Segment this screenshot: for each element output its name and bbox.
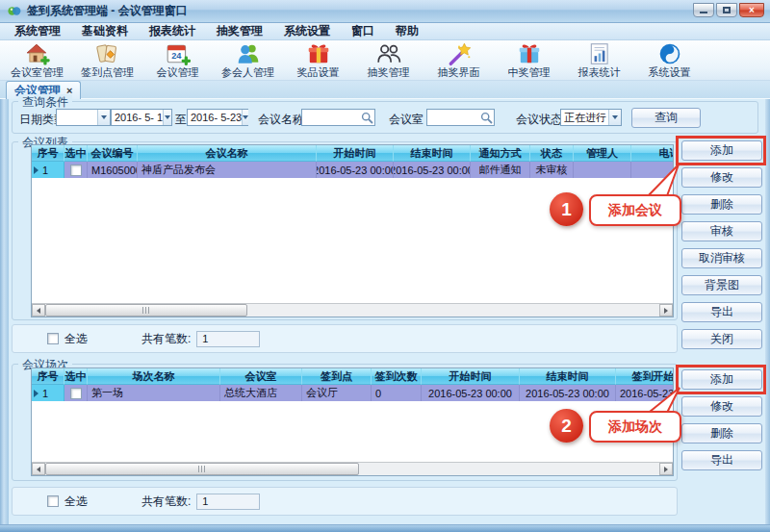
- chevron-down-icon[interactable]: [242, 110, 248, 125]
- search-button[interactable]: 查询: [631, 108, 701, 128]
- column-header-seq[interactable]: 序号: [32, 368, 64, 385]
- column-header-room[interactable]: 会议室: [220, 368, 302, 385]
- column-header-selected[interactable]: 选中: [64, 145, 88, 162]
- sessions-summary: 全选 共有笔数: 1: [12, 487, 678, 516]
- toolbar-meeting-room-management[interactable]: 会议室管理: [2, 40, 72, 81]
- toolbar-attendee-management[interactable]: 参会人管理: [213, 40, 283, 81]
- date-from-select[interactable]: 2016- 5- 1: [111, 109, 172, 126]
- row-indicator-icon: [34, 390, 38, 397]
- toolbar-lottery-interface[interactable]: 抽奖界面: [424, 40, 494, 81]
- table-row[interactable]: 1 第一场 总统大酒店 会议厅 0 2016-05-23 00:00 2016-…: [32, 385, 673, 401]
- maximize-button[interactable]: [716, 3, 737, 17]
- menu-system-management[interactable]: 系统管理: [4, 23, 71, 39]
- horizontal-scrollbar[interactable]: [32, 303, 673, 317]
- column-header-checkin-count[interactable]: 签到次数: [372, 368, 422, 385]
- menu-system-settings[interactable]: 系统设置: [273, 23, 341, 39]
- highlight-box-add-session: [676, 365, 766, 394]
- menu-report-statistics[interactable]: 报表统计: [139, 23, 206, 39]
- menu-window[interactable]: 窗口: [341, 23, 385, 39]
- chevron-down-icon[interactable]: [97, 110, 110, 125]
- column-header-end[interactable]: 结束时间: [394, 145, 471, 162]
- table-row[interactable]: 1 M16050001 神盾产品发布会 2016-05-23 00:00 201…: [32, 162, 673, 178]
- column-header-phone[interactable]: 电话: [631, 145, 674, 162]
- magic-wand-icon: [447, 41, 472, 66]
- meeting-review-button[interactable]: 审核: [681, 221, 762, 241]
- session-modify-button[interactable]: 修改: [681, 396, 762, 417]
- toolbar-report-statistics[interactable]: 报表统计: [564, 40, 634, 81]
- toolbar-meeting-management[interactable]: 24 会议管理: [142, 40, 213, 81]
- select-all-checkbox[interactable]: [47, 333, 59, 344]
- minimize-icon: [700, 12, 707, 13]
- column-header-name[interactable]: 会议名称: [138, 145, 317, 162]
- row-checkbox[interactable]: [70, 388, 82, 399]
- row-number-cell: M16050001: [88, 162, 138, 178]
- chevron-down-icon[interactable]: [608, 110, 621, 125]
- column-header-start[interactable]: 开始时间: [422, 368, 520, 385]
- column-header-seq[interactable]: 序号: [32, 145, 64, 162]
- select-all-label: 全选: [64, 331, 88, 347]
- meeting-cancel-review-button[interactable]: 取消审核: [681, 248, 762, 268]
- column-header-number[interactable]: 会议编号: [88, 145, 138, 162]
- meeting-name-input[interactable]: [301, 109, 375, 126]
- meeting-list-summary: 全选 共有笔数: 1: [12, 324, 678, 353]
- horizontal-scrollbar[interactable]: [32, 462, 673, 475]
- window-title: 签到系统管理端 - 会议管理窗口: [27, 3, 188, 19]
- meeting-status-select[interactable]: 正在进行: [560, 109, 622, 126]
- toolbar-system-settings[interactable]: 系统设置: [634, 40, 705, 81]
- column-header-notify[interactable]: 通知方式: [471, 145, 530, 162]
- meeting-close-button[interactable]: 关闭: [681, 329, 762, 349]
- meeting-status-label: 会议状态: [516, 112, 562, 128]
- column-header-start[interactable]: 开始时间: [317, 145, 394, 162]
- close-button[interactable]: ×: [739, 3, 764, 17]
- meeting-room-icon: [25, 41, 50, 66]
- meeting-background-button[interactable]: 背景图: [681, 275, 762, 295]
- scrollbar-thumb[interactable]: [45, 463, 359, 475]
- column-header-checkin-point[interactable]: 签到点: [302, 368, 372, 385]
- meeting-export-button[interactable]: 导出: [681, 302, 762, 322]
- column-header-session-name[interactable]: 场次名称: [88, 368, 220, 385]
- scroll-left-arrow[interactable]: [32, 304, 45, 317]
- menu-help[interactable]: 帮助: [385, 23, 429, 39]
- scrollbar-gripper-icon: [198, 466, 207, 472]
- meeting-modify-button[interactable]: 修改: [681, 167, 762, 188]
- row-notify-cell: 邮件通知: [471, 162, 530, 178]
- window-frame-bottom: [0, 524, 770, 532]
- toolbar-winner-management[interactable]: 中奖管理: [494, 40, 564, 81]
- title-bar[interactable]: 签到系统管理端 - 会议管理窗口 ×: [0, 0, 770, 23]
- row-end-cell: 2016-05-23 00:00: [520, 385, 616, 401]
- step-1-callout: 添加会议: [589, 194, 681, 226]
- scrollbar-thumb[interactable]: [45, 304, 247, 317]
- toolbar-checkin-point-management[interactable]: 签到点管理: [72, 40, 142, 81]
- to-label: 至: [175, 112, 187, 128]
- prize-gift-icon: [306, 41, 331, 66]
- step-2-badge: 2: [550, 409, 583, 443]
- toolbar-prize-settings[interactable]: 奖品设置: [283, 40, 353, 81]
- column-header-end[interactable]: 结束时间: [520, 368, 616, 385]
- menu-basic-data[interactable]: 基础资料: [71, 23, 139, 39]
- column-header-checkin-start[interactable]: 签到开始时间: [616, 368, 674, 385]
- column-header-status[interactable]: 状态: [530, 145, 574, 162]
- meeting-calendar-icon: 24: [166, 41, 191, 66]
- scroll-right-arrow[interactable]: [659, 304, 673, 317]
- row-checkbox[interactable]: [70, 165, 82, 176]
- meeting-room-input[interactable]: [426, 109, 495, 126]
- scroll-right-arrow[interactable]: [659, 463, 673, 475]
- date-to-select[interactable]: 2016- 5-23: [187, 109, 248, 126]
- total-count-value: 1: [196, 494, 260, 510]
- meeting-delete-button[interactable]: 删除: [681, 194, 762, 215]
- minimize-button[interactable]: [693, 3, 714, 17]
- chevron-down-icon[interactable]: [163, 110, 171, 125]
- select-all-checkbox[interactable]: [47, 495, 59, 507]
- search-icon: [361, 112, 373, 124]
- toolbar-lottery-management[interactable]: 抽奖管理: [353, 40, 424, 81]
- column-header-selected[interactable]: 选中: [64, 368, 88, 385]
- row-count-cell: 0: [372, 385, 422, 401]
- session-export-button[interactable]: 导出: [681, 450, 762, 470]
- column-header-manager[interactable]: 管理人: [574, 145, 631, 162]
- attendees-icon: [236, 41, 261, 66]
- scroll-left-arrow[interactable]: [32, 463, 45, 475]
- menu-lottery-management[interactable]: 抽奖管理: [206, 23, 273, 39]
- date-type-select[interactable]: [56, 109, 111, 126]
- toolbar-label: 签到点管理: [81, 66, 134, 79]
- session-delete-button[interactable]: 删除: [681, 423, 762, 443]
